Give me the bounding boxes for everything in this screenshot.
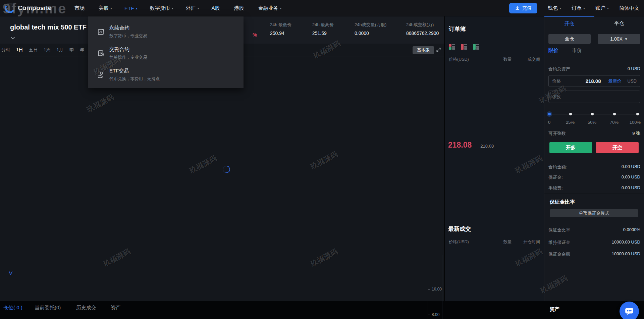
contract-amount-row: 合约金额: 0.00 USD [548, 164, 640, 170]
basic-version-button[interactable]: 基本版 [413, 46, 434, 54]
brand-name: Composite [18, 4, 52, 12]
slider-stop-70[interactable] [613, 113, 616, 115]
period-1m[interactable]: 1月 [56, 47, 63, 53]
nav-item-finance[interactable]: 金融业务▾ [258, 5, 281, 11]
margin-row: 保证金: 0.00 USD [548, 174, 640, 180]
nav-item-forex[interactable]: 外汇▾ [185, 5, 199, 11]
volume-marker-icon [8, 270, 13, 277]
total-assets-row: 合约总资产 0 USD [548, 66, 640, 72]
loading-spinner-icon [221, 164, 231, 174]
nav-item-crypto[interactable]: 数字货币▾ [150, 5, 173, 11]
orderbook-title: 订单簿 [449, 25, 466, 33]
period-quarter[interactable]: 季 [69, 47, 74, 53]
language-selector[interactable]: 简体中文 [619, 5, 639, 11]
orders-menu[interactable]: 订单▾ [572, 5, 585, 11]
change-percent-suffix: % [253, 32, 257, 38]
tab-limit-order[interactable]: 限价 [548, 47, 558, 54]
view-bids-icon[interactable] [473, 44, 480, 50]
fee-row: 手续费: 0.00 USD [548, 185, 640, 191]
maintenance-margin-row: 维持保证金 10000.00 USD [548, 240, 640, 246]
recharge-button[interactable]: 充值 [509, 3, 537, 13]
menu-item-etf-trade[interactable]: ETF交易 代币兑换，零费用，无滑点 [97, 65, 244, 85]
quantity-input[interactable] [552, 94, 637, 99]
nav-item-etf[interactable]: ETF▴ [124, 5, 137, 11]
position-tabs: 开仓 平仓 [544, 16, 644, 30]
last-price: 218.08 [448, 141, 472, 150]
slider-stop-50[interactable] [591, 113, 594, 115]
nav-item-us-stocks[interactable]: 美股▾ [99, 5, 112, 11]
margin-balance-row: 保证金余额 10000.00 USD [548, 251, 640, 257]
assets-section-title: 资产 [549, 306, 559, 313]
open-long-button[interactable]: 开多 [549, 142, 592, 153]
download-icon [515, 6, 520, 11]
tab-open-orders[interactable]: 当前委托(0) [35, 305, 61, 311]
top-navbar: Composite 市场 美股▾ ETF▴ 数字货币▾ 外汇▾ A股 港股 金融… [0, 0, 644, 16]
chevron-down-icon: ▼ [625, 37, 628, 41]
nav-item-market[interactable]: 市场 [74, 5, 86, 11]
tab-trade-history[interactable]: 历史成交 [76, 305, 96, 311]
contract-clock-icon [97, 49, 105, 57]
margin-ratio-title: 保证金比率 [550, 199, 575, 205]
orderbook-panel: 订单簿 价格(USD) 数量 成交额 218.08 218.08 最新成交 价格… [444, 16, 544, 301]
chevron-down-icon: ▾ [607, 6, 609, 10]
slider-stop-100[interactable] [636, 113, 639, 115]
period-intraday[interactable]: 分时 [1, 47, 10, 53]
contract-chart-icon [97, 28, 105, 36]
latest-price-link[interactable]: 最新价 [608, 78, 622, 84]
wallet-menu[interactable]: 钱包▾ [548, 5, 561, 11]
mark-price: 218.08 [480, 144, 494, 149]
menu-item-perpetual[interactable]: 永续合约 数字货币，专业交易 [97, 22, 244, 42]
period-year[interactable]: 年 [80, 47, 84, 53]
open-short-button[interactable]: 开空 [596, 142, 639, 153]
tab-market-order[interactable]: 市价 [572, 47, 582, 54]
price-input[interactable]: 价格 218.08 最新价 USD [548, 75, 640, 87]
chevron-down-icon: ▾ [171, 6, 173, 10]
period-5d[interactable]: 五日 [29, 47, 38, 53]
tab-open-position[interactable]: 开仓 [544, 16, 594, 30]
slider-labels: 0 25% 50% 70% 100% [548, 120, 641, 124]
chevron-up-icon: ▴ [136, 6, 137, 10]
last-price-row[interactable]: 218.08 218.08 [448, 141, 494, 150]
latest-trades-title: 最新成交 [448, 225, 471, 233]
nav-item-hk-stocks[interactable]: 港股 [234, 5, 246, 11]
navbar-right: 充值 钱包▾ 订单▾ 账户▾ 简体中文 [509, 0, 639, 16]
chart-gridline [442, 255, 442, 319]
nav-item-a-shares[interactable]: A股 [211, 5, 221, 11]
tab-assets[interactable]: 资产 [111, 305, 121, 311]
main-nav: 市场 美股▾ ETF▴ 数字货币▾ 外汇▾ A股 港股 金融业务▾ [74, 0, 282, 16]
slider-handle[interactable] [548, 113, 551, 115]
chart-area[interactable] [0, 56, 444, 301]
available-contracts-row: 可开张数 9 张 [548, 130, 640, 137]
etf-nav-dropdown: 永续合约 数字货币，专业交易 交割合约 简单操作，专业交易 ETF交易 代币兑换… [88, 16, 244, 88]
chat-bubble-icon [624, 306, 634, 316]
view-both-icon[interactable] [449, 44, 456, 50]
symbol-title[interactable]: global tech mix 500 ETF [10, 23, 87, 31]
account-menu[interactable]: 账户▾ [595, 5, 609, 11]
cross-margin-button[interactable]: 全仓 [548, 34, 591, 44]
section-divider [544, 194, 644, 194]
chevron-down-icon: ▾ [197, 6, 199, 10]
tab-positions[interactable]: 仓位( 0 ) [3, 305, 22, 311]
chevron-down-icon: ▾ [280, 6, 281, 10]
order-type-tabs: 限价 市价 [548, 47, 582, 54]
view-asks-icon[interactable] [461, 44, 468, 50]
menu-item-delivery[interactable]: 交割合约 简单操作，专业交易 [97, 43, 244, 63]
tab-close-position[interactable]: 平仓 [594, 16, 644, 30]
single-currency-margin-button[interactable]: 单币保证金模式 [550, 209, 638, 217]
slider-track[interactable] [549, 114, 640, 114]
period-1d[interactable]: 1日 [16, 47, 23, 53]
chevron-down-icon: ▾ [110, 6, 112, 10]
slider-stop-25[interactable] [569, 113, 572, 115]
hand-coin-icon [97, 71, 105, 79]
trade-panel: 开仓 平仓 全仓 1.00X ▼ 限价 市价 合约总资产 0 USD 价格 21… [544, 16, 644, 301]
bottom-panel [0, 301, 644, 319]
expand-icon[interactable] [436, 47, 441, 54]
leverage-selector[interactable]: 1.00X ▼ [598, 34, 640, 44]
quantity-slider[interactable] [548, 111, 641, 117]
margin-ratio-row: 保证金比率 0.0000% [548, 227, 640, 233]
symbol-chevron-icon[interactable] [10, 35, 15, 41]
brand-logo[interactable]: Composite [5, 3, 52, 13]
period-1w[interactable]: 1周 [44, 47, 50, 53]
chevron-down-icon: ▾ [559, 6, 561, 10]
support-chat-button[interactable] [620, 302, 639, 319]
